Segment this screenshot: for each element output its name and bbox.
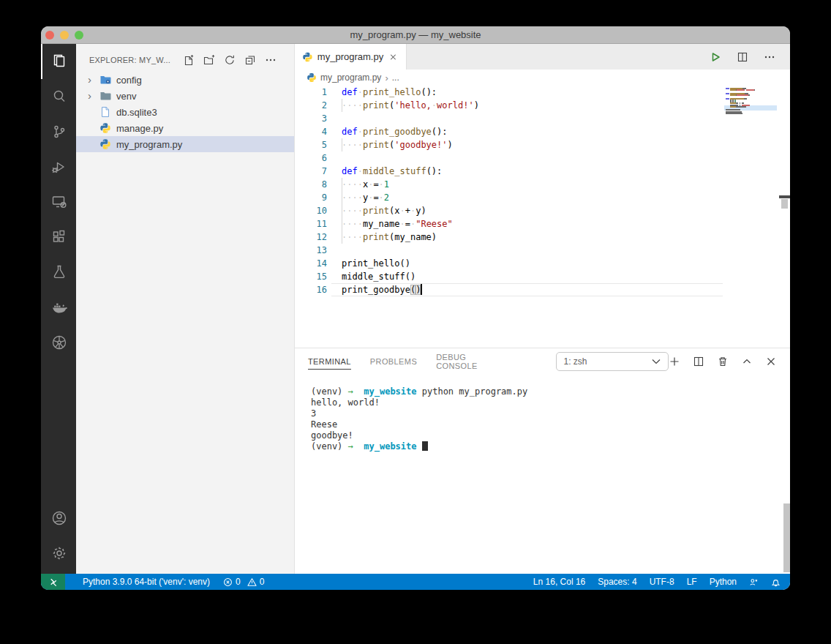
code-line-16[interactable]: 16print_goodbye() — [295, 283, 790, 296]
code-line-3[interactable]: 3 — [295, 112, 790, 125]
account-icon[interactable] — [41, 501, 76, 536]
docker-icon[interactable] — [41, 290, 76, 325]
tab-my-program[interactable]: my_program.py — [295, 44, 407, 70]
code-line-9[interactable]: 9····y·=·2 — [295, 191, 790, 204]
close-panel-icon[interactable] — [765, 356, 777, 367]
code-line-12[interactable]: 12····print(my_name) — [295, 231, 790, 244]
close-tab-icon[interactable] — [388, 51, 399, 63]
code-text: ····print('hello,·world!') — [342, 99, 479, 112]
terminal-select[interactable]: 1: zsh — [556, 352, 669, 371]
code-line-4[interactable]: 4def·print_goodbye(): — [295, 125, 790, 138]
feedback-icon[interactable] — [749, 577, 759, 587]
code-text: def·print_hello(): — [342, 86, 437, 99]
code-line-13[interactable]: 13 — [295, 244, 790, 257]
panel-tab-terminal[interactable]: TERMINAL — [308, 354, 351, 370]
panel-tab-debug-console[interactable]: DEBUG CONSOLE — [436, 350, 504, 373]
code-line-11[interactable]: 11····my_name·=·"Reese" — [295, 217, 790, 231]
code-line-5[interactable]: 5····print('goodbye!') — [295, 138, 790, 151]
indent-guide — [342, 231, 342, 244]
python-interpreter-status[interactable]: Python 3.9.0 64-bit ('venv': venv) — [74, 577, 210, 587]
testing-icon[interactable] — [41, 255, 76, 290]
tree-item-venv[interactable]: ›venv — [76, 88, 294, 104]
language-mode-status[interactable]: Python — [710, 577, 737, 587]
code-line-6[interactable]: 6 — [295, 151, 790, 165]
indentation-status[interactable]: Spaces: 4 — [598, 577, 636, 587]
notifications-bell-icon[interactable] — [771, 577, 781, 587]
warnings-icon — [247, 577, 257, 587]
code-text: ····x·=·1 — [342, 178, 389, 191]
breadcrumb-symbol[interactable]: ... — [392, 72, 399, 83]
line-number: 14 — [295, 257, 342, 270]
terminal-scrollbar-thumb[interactable] — [783, 503, 790, 572]
kill-terminal-icon[interactable] — [717, 356, 729, 367]
code-lines: 1def·print_hello():2····print('hello,·wo… — [295, 86, 790, 296]
panel-tab-problems[interactable]: PROBLEMS — [370, 354, 417, 369]
tree-item-my_program.py[interactable]: my_program.py — [76, 136, 294, 152]
collapse-folders-icon[interactable] — [244, 54, 256, 66]
extensions-icon[interactable] — [41, 220, 76, 255]
breadcrumb-file[interactable]: my_program.py — [320, 72, 381, 83]
file-label: venv — [116, 91, 136, 102]
new-folder-icon[interactable] — [203, 54, 215, 66]
terminal-output[interactable]: (venv) → my_website python my_program.py… — [295, 375, 790, 574]
code-text: ····print(my_name) — [342, 231, 437, 244]
encoding-status[interactable]: UTF-8 — [650, 577, 674, 587]
kubernetes-icon[interactable] — [41, 325, 76, 360]
code-line-8[interactable]: 8····x·=·1 — [295, 178, 790, 191]
code-line-7[interactable]: 7def·middle_stuff(): — [295, 165, 790, 178]
titlebar[interactable]: my_program.py — my_website — [41, 26, 790, 44]
source-control-icon[interactable] — [41, 114, 76, 149]
editor-scrollbar-thumb[interactable] — [781, 199, 788, 209]
tree-item-manage.py[interactable]: manage.py — [76, 120, 294, 136]
problems-status[interactable]: 0 0 — [223, 577, 264, 587]
cursor-position-status[interactable]: Ln 16, Col 16 — [533, 577, 585, 587]
python-file-icon — [302, 51, 313, 63]
terminal-line-2: hello, world! — [311, 397, 790, 408]
minimap[interactable] — [724, 86, 777, 348]
split-terminal-icon[interactable] — [693, 356, 704, 367]
line-number: 15 — [295, 270, 342, 283]
new-file-icon[interactable] — [183, 54, 195, 66]
run-python-file-icon[interactable] — [710, 51, 721, 63]
file-tree: ›config›venvdb.sqlite3manage.pymy_progra… — [76, 72, 294, 152]
line-number: 9 — [295, 191, 342, 204]
code-line-10[interactable]: 10····print(x·+·y) — [295, 204, 790, 217]
breadcrumb[interactable]: my_program.py › ... — [295, 70, 790, 86]
line-number: 13 — [295, 244, 342, 257]
terminal-cursor — [422, 441, 428, 451]
status-bar: Python 3.9.0 64-bit ('venv': venv) 0 0 L… — [41, 574, 790, 590]
file-label: my_program.py — [116, 139, 182, 150]
code-line-15[interactable]: 15middle_stuff() — [295, 270, 790, 283]
eol-status[interactable]: LF — [687, 577, 697, 587]
text-cursor — [421, 284, 422, 295]
code-text: ····print(x·+·y) — [342, 204, 426, 217]
settings-gear-icon[interactable] — [41, 536, 76, 571]
zoom-window-button[interactable] — [75, 31, 83, 40]
code-text: ····print('goodbye!') — [342, 138, 453, 151]
code-line-2[interactable]: 2····print('hello,·world!') — [295, 99, 790, 112]
tree-item-config[interactable]: ›config — [76, 72, 294, 88]
remote-icon — [48, 577, 59, 588]
errors-icon — [223, 577, 233, 587]
remote-indicator[interactable] — [41, 574, 65, 590]
tree-item-db.sqlite3[interactable]: db.sqlite3 — [76, 104, 294, 120]
code-line-1[interactable]: 1def·print_hello(): — [295, 86, 790, 99]
search-icon[interactable] — [41, 79, 76, 114]
new-terminal-icon[interactable] — [669, 356, 680, 367]
more-actions-icon[interactable] — [265, 54, 277, 66]
code-line-14[interactable]: 14print_hello() — [295, 257, 790, 270]
code-editor[interactable]: 1def·print_hello():2····print('hello,·wo… — [295, 86, 790, 348]
maximize-panel-icon[interactable] — [741, 356, 753, 367]
file-label: config — [116, 75, 142, 86]
explorer-icon[interactable] — [41, 44, 76, 79]
minimize-window-button[interactable] — [60, 31, 69, 40]
remote-explorer-icon[interactable] — [41, 184, 76, 220]
indent-guide — [342, 178, 342, 191]
more-editor-actions-icon[interactable] — [764, 51, 775, 63]
indent-guide — [342, 204, 342, 217]
line-number: 4 — [295, 125, 342, 138]
run-and-debug-icon[interactable] — [41, 149, 76, 184]
split-editor-icon[interactable] — [737, 51, 748, 63]
refresh-icon[interactable] — [224, 54, 236, 66]
close-window-button[interactable] — [45, 31, 54, 40]
